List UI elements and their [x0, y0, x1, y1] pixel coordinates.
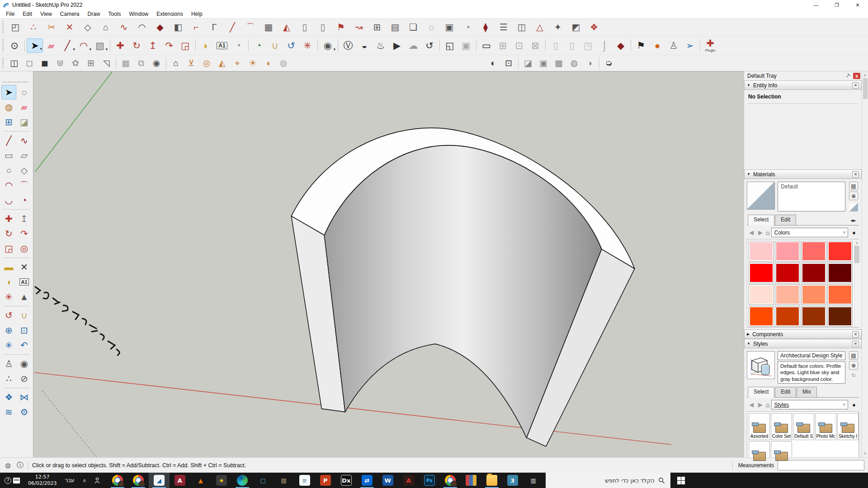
color-swatch[interactable]	[827, 263, 853, 283]
hidden-icons-chevron[interactable]: ∧	[79, 473, 90, 488]
hook-tool[interactable]: ⌡	[596, 38, 613, 53]
rotate-tool[interactable]: ↻	[1, 226, 16, 241]
materials-scrollbar[interactable]: ∧	[854, 239, 859, 327]
extension-tool-14[interactable]: ⌒	[241, 20, 259, 34]
extension-tool-5[interactable]: ◇	[79, 20, 97, 34]
polygon-tool[interactable]: ◇	[17, 163, 32, 178]
grass-tool[interactable]: ⋓	[52, 56, 68, 70]
zoom-extents-tool[interactable]: ✳	[1, 338, 16, 352]
color-swatch[interactable]	[801, 263, 826, 283]
extension-tool-33[interactable]: ❖	[585, 20, 603, 34]
back-arrow-icon[interactable]: ◀	[748, 401, 755, 408]
color-swatch[interactable]	[749, 263, 774, 283]
vray-batch-render[interactable]: ⊞	[495, 38, 511, 53]
extension-tool-29[interactable]: ◫	[513, 20, 531, 34]
scrollbar-thumb[interactable]	[863, 78, 868, 99]
position-camera-tool[interactable]: ♙	[1, 357, 16, 371]
dimension-tool[interactable]: ✕	[17, 260, 32, 274]
3d-text-tool[interactable]: ▲	[17, 290, 32, 304]
forward-arrow-icon[interactable]: ▶	[757, 401, 764, 408]
styles-tab[interactable]: Mix	[797, 387, 817, 397]
extension-tool-31[interactable]: ✦	[549, 20, 567, 34]
close-button[interactable]: ✕	[847, 0, 868, 10]
panel-close-icon[interactable]: ✕	[852, 82, 859, 89]
styles-header[interactable]: ▼ Styles ✕	[744, 339, 862, 348]
app-powerpoint[interactable]: P	[315, 473, 336, 488]
paint-bucket-tool[interactable]: ◍	[1, 100, 16, 114]
extension-tool-27[interactable]: ⧫	[476, 20, 495, 34]
rectangle-tool[interactable]: ▧	[92, 38, 108, 53]
extension-tool-20[interactable]: ↝	[350, 20, 368, 34]
style-folder[interactable]: Photo Mc	[815, 413, 836, 440]
orbit-tool[interactable]: ↺	[283, 38, 299, 53]
create-material-button[interactable]: ⊕	[849, 192, 858, 200]
panel-close-icon[interactable]: ✕	[852, 341, 859, 347]
section-display-toggle[interactable]: ◻	[22, 56, 37, 70]
scrollbar-thumb[interactable]	[854, 246, 859, 263]
app-edge[interactable]	[232, 473, 253, 488]
extension-tool-12[interactable]: Γ	[205, 20, 223, 34]
section-plane-tool[interactable]: ⊘	[17, 371, 32, 386]
offset-tool[interactable]: ◎	[17, 241, 32, 256]
default-material-swatch[interactable]	[849, 203, 858, 211]
push-pull-tool[interactable]: ↥	[145, 38, 161, 53]
menu-item[interactable]: File	[2, 10, 19, 18]
axes-tool[interactable]: ✳	[1, 290, 16, 304]
language-indicator[interactable]: עבר	[60, 473, 79, 488]
sample-paint-icon[interactable]: ✒	[849, 217, 858, 225]
pan-tool[interactable]: ∪	[17, 308, 32, 323]
pan-tool[interactable]: ∪	[267, 38, 283, 53]
extension-tool-21[interactable]: ⊞	[368, 20, 386, 34]
forward-arrow-icon[interactable]: ▶	[757, 229, 764, 236]
app-notepad[interactable]: ≡	[294, 473, 315, 488]
back-edges-face-style[interactable]: ▣	[536, 56, 551, 70]
maximize-button[interactable]: ❐	[826, 0, 847, 10]
lasso-select-tool[interactable]: ◌	[17, 85, 32, 99]
style-cubes-tool[interactable]: ⊡	[501, 56, 516, 70]
door-tool-3[interactable]: ◳	[580, 38, 596, 53]
panel-close-icon[interactable]: ✕	[852, 331, 859, 338]
vray-render[interactable]: ♨	[373, 38, 389, 53]
follow-me-tool[interactable]: ↷	[17, 226, 32, 241]
app-winrar[interactable]	[461, 473, 481, 488]
vray-asset-editor[interactable]: ◒	[356, 38, 373, 53]
menu-item[interactable]: Help	[187, 10, 207, 18]
extension-tool-30[interactable]: △	[531, 20, 549, 34]
style-circle-tool[interactable]: ◐	[486, 56, 501, 70]
look-around-tool[interactable]: ◉	[17, 357, 32, 371]
color-swatch[interactable]	[749, 284, 774, 305]
extension-tool-22[interactable]: ▤	[386, 20, 404, 34]
walk-tool[interactable]: ∴	[1, 371, 16, 386]
page-corner-tool[interactable]: ◹	[99, 56, 114, 70]
move-tool[interactable]: ✚	[1, 211, 16, 226]
measurements-input[interactable]	[778, 460, 864, 470]
make-component-tool[interactable]: ⊞	[1, 115, 16, 129]
back-arrow-icon[interactable]: ◀	[748, 229, 755, 236]
app-word[interactable]: W	[377, 473, 398, 488]
wireframe-face-style[interactable]: ▩	[551, 56, 566, 70]
rotated-rectangle-tool[interactable]: ▱	[17, 148, 32, 163]
ball-tool[interactable]: ●	[649, 38, 665, 53]
extension-tool-25[interactable]: ▣	[440, 20, 458, 34]
vray-ies-light[interactable]: ⌖	[230, 56, 245, 70]
color-swatch[interactable]	[827, 284, 853, 305]
window-grid-tool[interactable]: ⊞	[83, 56, 99, 70]
line-tool[interactable]: ╱	[1, 133, 16, 148]
app-printer[interactable]: ▤	[274, 473, 294, 488]
app-dx[interactable]: Dx	[336, 473, 357, 488]
vray-sphere-light[interactable]: ◎	[199, 56, 214, 70]
style-folder[interactable]: Sketchy I	[837, 413, 859, 440]
action-center-icon[interactable]	[13, 478, 20, 483]
app-photoshop[interactable]: Ps	[419, 473, 440, 488]
materials-collection-dropdown[interactable]: Colors ˅	[771, 228, 848, 237]
extension-tool-3[interactable]: ✂	[42, 20, 61, 34]
color-swatch[interactable]	[775, 263, 800, 283]
minimize-button[interactable]: —	[806, 0, 826, 10]
extension-tool-28[interactable]: ☰	[495, 20, 513, 34]
previous-view-tool[interactable]: ↶	[17, 338, 32, 352]
monochrome-face-style[interactable]: ◑	[582, 56, 597, 70]
notification-area[interactable]: 7	[0, 473, 24, 488]
door-tool-2[interactable]: ▯	[564, 38, 580, 53]
entity-info-header[interactable]: ▼ Entity Info ✕	[744, 80, 862, 90]
eraser-tool[interactable]: ▰	[43, 38, 59, 53]
